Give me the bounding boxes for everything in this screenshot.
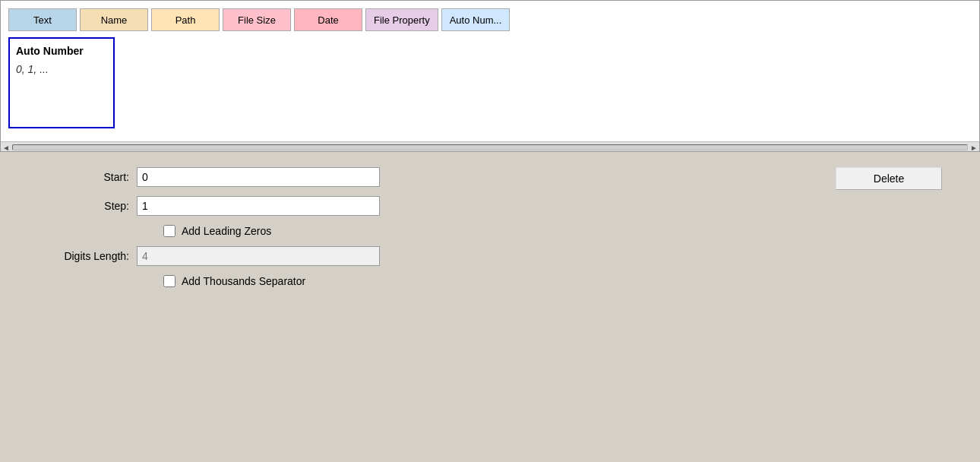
- tab-path[interactable]: Path: [151, 8, 220, 31]
- tab-name[interactable]: Name: [80, 8, 148, 31]
- thousands-separator-checkbox[interactable]: [163, 275, 175, 287]
- start-label: Start:: [46, 171, 129, 183]
- auto-number-card[interactable]: Auto Number 0, 1, ...: [8, 37, 115, 128]
- digits-length-row: Digits Length:: [0, 246, 980, 266]
- digits-length-label: Digits Length:: [46, 250, 129, 262]
- leading-zeros-row: Add Leading Zeros: [0, 225, 980, 237]
- leading-zeros-checkbox[interactable]: [163, 225, 175, 237]
- tab-autonumber[interactable]: Auto Num...: [441, 8, 511, 31]
- tab-text[interactable]: Text: [8, 8, 77, 31]
- form-area: Start: Step: Add Leading Zeros Digits Le…: [0, 152, 980, 287]
- start-input[interactable]: [137, 167, 380, 187]
- leading-zeros-label: Add Leading Zeros: [182, 225, 271, 237]
- card-title: Auto Number: [16, 45, 107, 57]
- card-row: Auto Number 0, 1, ...: [8, 37, 972, 128]
- tab-fileproperty[interactable]: File Property: [365, 8, 438, 31]
- tab-row: TextNamePathFile SizeDateFile PropertyAu…: [8, 8, 972, 31]
- card-subtitle: 0, 1, ...: [16, 63, 107, 75]
- start-row: Start:: [0, 167, 980, 187]
- scroll-left-arrow[interactable]: ◄: [2, 144, 10, 152]
- top-panel: TextNamePathFile SizeDateFile PropertyAu…: [0, 0, 980, 152]
- top-scrollable[interactable]: TextNamePathFile SizeDateFile PropertyAu…: [1, 1, 979, 141]
- tab-filesize[interactable]: File Size: [223, 8, 291, 31]
- tab-date[interactable]: Date: [294, 8, 362, 31]
- thousands-separator-label: Add Thousands Separator: [182, 275, 305, 287]
- digits-length-input[interactable]: [137, 246, 380, 266]
- delete-button[interactable]: Delete: [836, 167, 942, 190]
- scrollbar: ◄ ►: [1, 141, 979, 152]
- scroll-right-arrow[interactable]: ►: [970, 144, 978, 152]
- step-row: Step:: [0, 196, 980, 216]
- step-label: Step:: [46, 200, 129, 212]
- step-input[interactable]: [137, 196, 380, 216]
- thousands-separator-row: Add Thousands Separator: [0, 275, 980, 287]
- scroll-track[interactable]: [12, 144, 968, 150]
